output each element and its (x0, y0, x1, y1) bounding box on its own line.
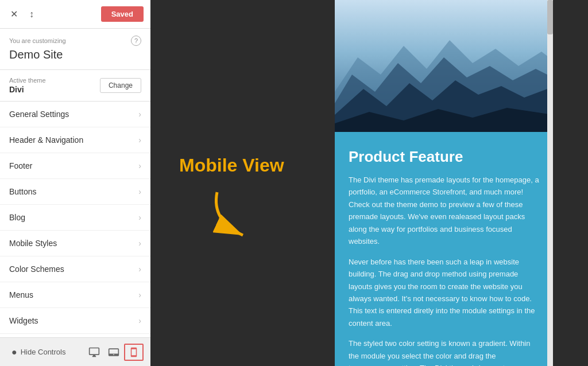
nav-label: Mobile Styles (9, 239, 57, 248)
change-theme-button[interactable]: Change (100, 78, 141, 93)
nav-item-widgets[interactable]: Widgets › (0, 308, 150, 334)
customizing-section: You are customizing ? Demo Site (0, 29, 150, 70)
product-title: Product Feature (349, 148, 539, 166)
product-paragraph-1: The Divi theme has premade layouts for t… (349, 174, 539, 248)
close-button[interactable]: ✕ (7, 6, 21, 22)
product-paragraph-3: The styled two color setting is known a … (349, 337, 539, 366)
scrollbar-thumb[interactable] (547, 0, 553, 34)
chevron-icon: › (138, 187, 141, 196)
preview-area: Mobile View (150, 0, 588, 366)
chevron-icon: › (138, 316, 141, 325)
saved-button[interactable]: Saved (101, 6, 144, 22)
customizer-sidebar: ✕ ↕ Saved You are customizing ? Demo Sit… (0, 0, 150, 366)
nav-label: Header & Navigation (9, 135, 83, 145)
hide-dot-icon: ● (11, 347, 17, 357)
preview-frame: Product Feature The Divi theme has prema… (335, 0, 553, 366)
nav-item-buttons[interactable]: Buttons › (0, 179, 150, 205)
nav-label: Footer (9, 161, 32, 170)
chevron-icon: › (138, 110, 141, 119)
mobile-view-button[interactable] (124, 344, 144, 361)
sidebar-header: ✕ ↕ Saved (0, 0, 150, 29)
nav-item-general-settings[interactable]: General Settings › (0, 102, 150, 127)
help-icon[interactable]: ? (131, 36, 141, 46)
nav-item-menus[interactable]: Menus › (0, 282, 150, 308)
settings-nav: General Settings › Header & Navigation ›… (0, 102, 150, 337)
chevron-icon: › (138, 264, 141, 274)
hide-controls-label: Hide Controls (21, 348, 66, 356)
nav-item-mobile-styles[interactable]: Mobile Styles › (0, 231, 150, 256)
product-paragraph-2: Never before has there been such a leap … (349, 256, 539, 330)
mobile-view-annotation: Mobile View (179, 155, 284, 244)
hero-image (335, 0, 553, 132)
chevron-icon: › (138, 290, 141, 299)
tablet-view-button[interactable] (105, 344, 123, 360)
sidebar-footer: ● Hide Controls (0, 337, 150, 366)
scrollbar-track[interactable] (547, 0, 553, 366)
nav-label: Blog (9, 213, 25, 222)
chevron-icon: › (138, 239, 141, 248)
nav-label: Widgets (9, 316, 38, 325)
product-section: Product Feature The Divi theme has prema… (335, 132, 553, 366)
nav-label: General Settings (9, 110, 69, 119)
preview-content: Product Feature The Divi theme has prema… (335, 0, 553, 366)
nav-label: Color Schemes (9, 264, 64, 274)
arrow-down-icon (206, 186, 257, 244)
site-name: Demo Site (9, 48, 141, 61)
chevron-icon: › (138, 135, 141, 145)
nav-item-footer[interactable]: Footer › (0, 153, 150, 179)
mobile-view-label: Mobile View (179, 155, 284, 176)
theme-section: Active theme Divi Change (0, 70, 150, 102)
nav-label: Buttons (9, 187, 36, 196)
mountain-svg (335, 0, 553, 132)
customizing-label: You are customizing (9, 37, 66, 44)
nav-item-header-navigation[interactable]: Header & Navigation › (0, 127, 150, 153)
theme-label: Active theme (9, 77, 46, 84)
reorder-button[interactable]: ↕ (26, 7, 37, 22)
chevron-icon: › (138, 161, 141, 170)
nav-label: Menus (9, 290, 33, 299)
nav-item-blog[interactable]: Blog › (0, 205, 150, 231)
desktop-view-button[interactable] (85, 344, 103, 360)
chevron-icon: › (138, 213, 141, 222)
hide-controls-button[interactable]: ● Hide Controls (7, 344, 70, 361)
theme-name: Divi (9, 85, 46, 94)
nav-item-color-schemes[interactable]: Color Schemes › (0, 256, 150, 282)
